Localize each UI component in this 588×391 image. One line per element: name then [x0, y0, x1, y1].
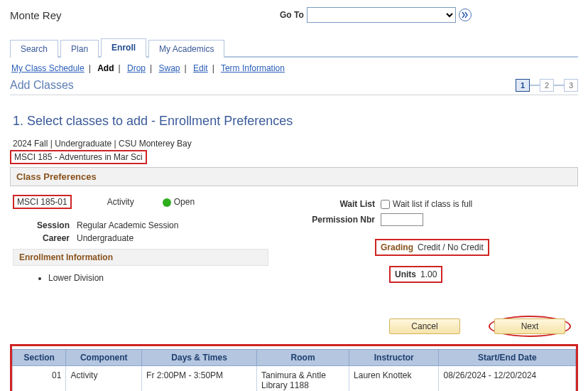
grading-key: Grading	[381, 242, 413, 252]
next-button[interactable]: Next	[494, 318, 565, 334]
subtab-add[interactable]: Add	[97, 63, 114, 73]
page-title: Add Classes	[10, 79, 74, 92]
status-label: Open	[174, 197, 195, 207]
session-key: Session	[13, 220, 70, 230]
component-type: Activity	[107, 197, 134, 207]
term-line: 2024 Fall | Undergraduate | CSU Monterey…	[13, 139, 578, 149]
th-room: Room	[257, 350, 349, 366]
course-name: MSCI 185 - Adventures in Mar Sci	[14, 152, 143, 162]
table-header-row: Section Component Days & Times Room Inst…	[13, 350, 576, 366]
subtab-edit[interactable]: Edit	[193, 63, 208, 73]
step-3: 3	[564, 79, 578, 92]
enrollment-info-list: Lower Division	[48, 273, 283, 283]
units-value: 1.00	[420, 269, 437, 279]
header-row: Monte Rey Go To	[10, 7, 578, 23]
preferences-body: MSCI 185-01 Activity Open Session Regula…	[10, 186, 578, 294]
subtab-swap[interactable]: Swap	[158, 63, 180, 73]
td-instructor: Lauren Knottek	[349, 366, 439, 392]
step-separator	[530, 85, 540, 86]
th-days-times: Days & Times	[142, 350, 257, 366]
tab-my-academics[interactable]: My Academics	[148, 40, 224, 58]
cancel-button[interactable]: Cancel	[389, 318, 460, 334]
units-key: Units	[395, 269, 416, 279]
table-row: 01 Activity Fr 2:00PM - 3:50PM Tanimura …	[13, 366, 576, 392]
class-details-table: Section Component Days & Times Room Inst…	[12, 349, 576, 391]
th-component: Component	[66, 350, 142, 366]
subtab-drop[interactable]: Drop	[127, 63, 146, 73]
goto-go-button[interactable]	[459, 9, 472, 21]
subtab-my-class-schedule[interactable]: My Class Schedule	[11, 63, 85, 73]
user-name: Monte Rey	[10, 9, 280, 21]
prefs-right-column: Wait List Wait list if class is full Per…	[297, 195, 575, 287]
permission-row: Permission Nbr	[297, 213, 575, 226]
waitlist-key: Wait List	[297, 199, 375, 209]
class-table-highlight: Section Component Days & Times Room Inst…	[10, 344, 578, 391]
step-separator	[554, 85, 564, 86]
section-heading: 1. Select classes to add - Enrollment Pr…	[13, 114, 578, 129]
waitlist-label: Wait list if class is full	[393, 199, 472, 209]
tab-enroll[interactable]: Enroll	[101, 38, 146, 58]
td-days-times: Fr 2:00PM - 3:50PM	[142, 366, 257, 392]
td-dates: 08/26/2024 - 12/20/2024	[439, 366, 576, 392]
step-2: 2	[540, 79, 554, 92]
step-indicator: 1 2 3	[516, 79, 578, 92]
th-section: Section	[13, 350, 66, 366]
tab-search[interactable]: Search	[10, 40, 58, 58]
grading-highlight: Grading Credit / No Credit	[375, 239, 489, 256]
class-preferences-bar: Class Preferences	[10, 167, 578, 186]
prefs-left-column: MSCI 185-01 Activity Open Session Regula…	[13, 195, 283, 287]
status-open: Open	[163, 197, 195, 207]
sub-tabs: My Class Schedule| Add| Drop| Swap| Edit…	[10, 60, 578, 79]
waitlist-checkbox[interactable]	[381, 200, 390, 209]
td-room: Tanimura & Antle Library 1188	[257, 366, 349, 392]
career-value: Undergraduate	[77, 233, 134, 243]
main-tabs: Search Plan Enroll My Academics	[10, 37, 578, 58]
td-component: Activity	[66, 366, 142, 392]
session-row: Session Regular Academic Session	[13, 220, 283, 230]
grading-value: Credit / No Credit	[418, 242, 484, 252]
subtab-term-information[interactable]: Term Information	[221, 63, 285, 73]
units-highlight: Units 1.00	[389, 266, 442, 283]
session-value: Regular Academic Session	[77, 220, 178, 230]
enrollment-info-item: Lower Division	[48, 273, 283, 283]
permission-key: Permission Nbr	[297, 215, 375, 225]
th-start-end-date: Start/End Date	[439, 350, 576, 366]
th-instructor: Instructor	[349, 350, 439, 366]
tab-plan[interactable]: Plan	[60, 40, 99, 58]
action-buttons-row: Cancel Next	[10, 316, 571, 337]
double-arrow-icon	[462, 11, 469, 18]
enrollment-info-bar: Enrollment Information	[13, 249, 268, 266]
waitlist-row: Wait List Wait list if class is full	[297, 199, 575, 209]
open-status-icon	[163, 198, 171, 207]
goto-select[interactable]	[307, 7, 456, 23]
career-key: Career	[13, 233, 70, 243]
title-row: Add Classes 1 2 3	[10, 79, 578, 95]
permission-number-input[interactable]	[381, 213, 423, 226]
course-name-highlight: MSCI 185 - Adventures in Mar Sci	[10, 150, 147, 164]
td-section: 01	[13, 366, 66, 392]
career-row: Career Undergraduate	[13, 233, 283, 243]
next-button-highlight: Next	[489, 316, 571, 337]
class-section: MSCI 185-01	[17, 197, 67, 207]
goto-label: Go To	[280, 10, 304, 20]
class-preferences-title: Class Preferences	[16, 171, 97, 182]
step-1: 1	[516, 79, 530, 92]
class-section-highlight: MSCI 185-01	[13, 195, 72, 209]
